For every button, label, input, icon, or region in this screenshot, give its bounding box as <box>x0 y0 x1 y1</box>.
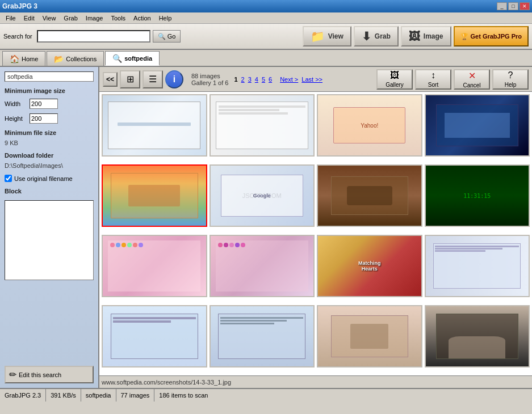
menu-image[interactable]: Image <box>82 14 107 22</box>
grab-icon: ⬇ <box>362 29 371 43</box>
image-cell-10[interactable] <box>210 235 315 297</box>
thumbnail-11: Matching Hearts <box>318 236 421 296</box>
image-icon: 🖼 <box>409 30 420 43</box>
help-icon: ? <box>508 70 513 81</box>
thumbnail-1 <box>103 95 206 155</box>
thumbnail-12 <box>426 236 529 296</box>
width-input[interactable] <box>30 99 58 109</box>
block-label: Block <box>5 188 94 195</box>
minimize-button[interactable]: _ <box>497 2 507 10</box>
back-button[interactable]: << <box>103 72 118 87</box>
items-to-scan: 186 items to scan <box>159 392 208 399</box>
list-icon: ☰ <box>149 74 157 85</box>
current-site: softpedia <box>86 392 111 399</box>
menu-action[interactable]: Action <box>130 14 154 22</box>
main-area: softpedia Minimum image size Width Heigh… <box>0 67 532 388</box>
search-input[interactable] <box>37 30 150 43</box>
tab-softpedia[interactable]: 🔍 softpedia <box>105 51 160 66</box>
images-count: 77 images <box>121 392 150 399</box>
page-4[interactable]: 4 <box>254 76 259 83</box>
sort-icon: ↕ <box>431 70 435 81</box>
info-button[interactable]: i <box>165 70 183 88</box>
image-cell-4[interactable] <box>425 94 530 157</box>
image-grid: Yahoo! <box>99 92 532 375</box>
menu-bar: File Edit View Grab Image Tools Action H… <box>0 12 532 24</box>
image-cell-15[interactable] <box>317 305 422 367</box>
image-cell-7[interactable] <box>317 164 422 227</box>
menu-help[interactable]: Help <box>156 14 175 22</box>
thumbnail-13 <box>103 306 206 366</box>
image-button[interactable]: 🖼 Image <box>401 26 451 47</box>
collections-icon: 📂 <box>54 54 64 64</box>
use-original-row: Use original filename <box>5 175 94 182</box>
app-name: GrabJPG 2.3 <box>5 392 41 399</box>
gallery-icon: 🖼 <box>390 70 399 81</box>
thumbnail-10 <box>211 236 314 296</box>
search-button[interactable]: 🔍 Go <box>153 30 181 43</box>
page-1[interactable]: 1 <box>233 76 238 83</box>
edit-search-button[interactable]: ✏ Edit this search <box>5 366 94 383</box>
page-3[interactable]: 3 <box>247 76 253 83</box>
thumbnail-7 <box>318 166 421 226</box>
maximize-button[interactable]: □ <box>508 2 518 10</box>
image-cell-2[interactable] <box>210 94 315 157</box>
cancel-button[interactable]: ✕ Cancel <box>454 69 490 90</box>
menu-view[interactable]: View <box>39 14 60 22</box>
menu-file[interactable]: File <box>2 14 19 22</box>
thumbnail-3: Yahoo! <box>318 95 421 155</box>
pro-icon: 🏆 <box>460 33 468 40</box>
menu-grab[interactable]: Grab <box>60 14 81 22</box>
search-name-display: softpedia <box>5 71 94 82</box>
get-grabjpg-pro-button[interactable]: 🏆 Get GrabJPG Pro <box>454 26 529 47</box>
right-action-buttons: 🖼 Gallery ↕ Sort ✕ Cancel ? Help <box>376 69 529 90</box>
use-original-checkbox[interactable] <box>5 175 12 182</box>
image-cell-12[interactable] <box>425 235 530 297</box>
page-2[interactable]: 2 <box>240 76 246 83</box>
site-pane: softpedia <box>81 389 116 402</box>
image-count: 88 images <box>191 73 228 79</box>
next-page-link[interactable]: Next > <box>279 76 299 83</box>
download-folder-value: D:\Softpedia\Images\ <box>5 162 94 169</box>
width-row: Width <box>5 99 94 109</box>
image-cell-3[interactable]: Yahoo! <box>317 94 422 157</box>
info-icon: i <box>173 74 175 85</box>
page-6[interactable]: 6 <box>267 76 273 83</box>
image-cell-8[interactable]: 11:31:15 <box>425 164 530 227</box>
menu-tools[interactable]: Tools <box>107 14 129 22</box>
image-cell-1[interactable] <box>102 94 207 157</box>
tab-collections[interactable]: 📂 Collections <box>47 51 104 66</box>
image-cell-11[interactable]: Matching Hearts <box>317 235 422 297</box>
last-page-link[interactable]: Last >> <box>300 76 324 83</box>
min-file-size-value: 9 KB <box>5 140 94 146</box>
list-view-button[interactable]: ☰ <box>143 70 163 88</box>
gallery-button[interactable]: 🖼 Gallery <box>376 69 413 90</box>
image-cell-16[interactable] <box>425 305 530 367</box>
height-input[interactable] <box>30 113 58 124</box>
view-icon: 📁 <box>311 29 325 43</box>
thumbnail-15 <box>318 306 421 366</box>
close-button[interactable]: ✕ <box>520 2 530 10</box>
softpedia-icon: 🔍 <box>112 54 122 63</box>
view-button[interactable]: 📁 View <box>303 26 351 47</box>
window-controls: _ □ ✕ <box>497 2 530 10</box>
page-5[interactable]: 5 <box>261 76 266 83</box>
gallery-info: 88 images Gallery 1 of 6 <box>189 73 228 86</box>
bottom-status-bar: GrabJPG 2.3 391 KB/s softpedia 77 images… <box>0 388 532 402</box>
content-area: << ⊞ ☰ i 88 images Gallery 1 of 6 1 2 3 … <box>99 67 532 388</box>
image-cell-13[interactable] <box>102 305 207 367</box>
image-cell-5[interactable] <box>102 164 207 227</box>
grid-view-button[interactable]: ⊞ <box>120 70 140 88</box>
help-button[interactable]: ? Help <box>492 69 529 90</box>
grab-button[interactable]: ⬇ Grab <box>354 26 399 47</box>
tab-home[interactable]: 🏠 Home <box>2 51 45 66</box>
image-cell-14[interactable] <box>210 305 315 367</box>
image-cell-9[interactable] <box>102 235 207 297</box>
image-cell-6[interactable]: Google JSOFTJ.COM <box>210 164 315 227</box>
content-toolbar: << ⊞ ☰ i 88 images Gallery 1 of 6 1 2 3 … <box>99 67 532 92</box>
menu-edit[interactable]: Edit <box>20 14 38 22</box>
status-bar: www.softpedia.com/screenshots/14-3-33_1.… <box>99 375 532 388</box>
items-to-scan-pane: 186 items to scan <box>154 389 212 402</box>
thumbnail-9 <box>103 236 206 296</box>
sort-button[interactable]: ↕ Sort <box>415 69 451 90</box>
cancel-icon: ✕ <box>468 70 476 81</box>
